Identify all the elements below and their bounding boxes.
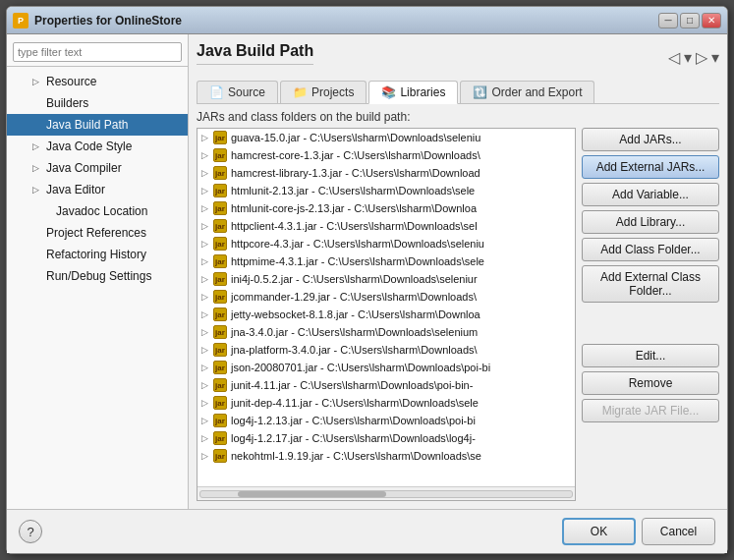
minimize-button[interactable]: ─: [658, 13, 678, 28]
jar-text: nekohtml-1.9.19.jar - C:\Users\lsharm\Do…: [231, 450, 481, 462]
jar-icon: jar: [213, 237, 227, 251]
jar-text: htmlunit-2.13.jar - C:\Users\lsharm\Down…: [231, 185, 475, 196]
sidebar-item-java-code-style[interactable]: ▷ Java Code Style: [7, 136, 188, 157]
forward-icon[interactable]: ▷: [696, 48, 707, 67]
sidebar-item-java-editor[interactable]: ▷ Java Editor: [7, 179, 188, 200]
jar-expand-arrow: ▷: [201, 256, 211, 266]
expand-arrow: ▷: [32, 73, 42, 90]
cancel-button[interactable]: Cancel: [642, 518, 715, 545]
list-item[interactable]: ▷ jar htmlunit-2.13.jar - C:\Users\lshar…: [198, 182, 575, 199]
action-button-remove[interactable]: Remove: [582, 371, 719, 395]
sidebar-item-java-build-path[interactable]: Java Build Path: [7, 114, 188, 136]
order-tab-icon: 🔃: [473, 85, 487, 99]
list-item[interactable]: ▷ jar junit-4.11.jar - C:\Users\lsharm\D…: [198, 376, 575, 394]
jar-expand-arrow: ▷: [201, 398, 211, 408]
tabs: 📄 Source 📁 Projects 📚 Libraries 🔃 Order …: [197, 81, 719, 104]
tab-order-export[interactable]: 🔃 Order and Export: [460, 81, 594, 103]
jar-text: hamcrest-library-1.3.jar - C:\Users\lsha…: [231, 167, 480, 179]
jar-icon: jar: [213, 378, 227, 392]
list-item[interactable]: ▷ jar httpmime-4.3.1.jar - C:\Users\lsha…: [198, 252, 575, 270]
projects-tab-icon: 📁: [293, 85, 308, 99]
list-item[interactable]: ▷ jar nekohtml-1.9.19.jar - C:\Users\lsh…: [198, 447, 575, 465]
sidebar-item-run-debug[interactable]: Run/Debug Settings: [7, 265, 188, 287]
tab-libraries[interactable]: 📚 Libraries: [368, 81, 458, 104]
sidebar-item-label: Java Build Path: [46, 116, 128, 134]
sidebar-item-builders[interactable]: Builders: [7, 92, 188, 114]
action-buttons: Add JARs...Add External JARs...Add Varia…: [582, 128, 719, 501]
sidebar-item-refactoring[interactable]: Refactoring History: [7, 244, 188, 265]
jar-text: log4j-1.2.17.jar - C:\Users\lsharm\Downl…: [231, 432, 476, 444]
forward-dropdown-icon[interactable]: ▾: [711, 48, 719, 67]
jar-expand-arrow: ▷: [201, 292, 211, 302]
filter-input[interactable]: [13, 42, 182, 62]
jar-expand-arrow: ▷: [201, 363, 211, 372]
jar-expand-arrow: ▷: [201, 221, 211, 231]
jar-expand-arrow: ▷: [201, 309, 211, 319]
jar-icon: jar: [213, 325, 227, 339]
sidebar-item-resource[interactable]: ▷ Resource: [7, 71, 188, 92]
action-button-add-library---[interactable]: Add Library...: [582, 210, 719, 234]
titlebar-left: P Properties for OnlineStore: [13, 13, 182, 28]
list-item[interactable]: ▷ jar jna-3.4.0.jar - C:\Users\lsharm\Do…: [198, 323, 575, 341]
jar-text: httpclient-4.3.1.jar - C:\Users\lsharm\D…: [231, 220, 478, 232]
jar-expand-arrow: ▷: [201, 451, 211, 461]
action-button-migrate-jar-file---: Migrate JAR File...: [582, 399, 719, 422]
bottom-bar: ? OK Cancel: [7, 509, 727, 553]
horizontal-scrollbar[interactable]: [198, 486, 575, 500]
list-item[interactable]: ▷ jar jetty-websocket-8.1.8.jar - C:\Use…: [198, 306, 575, 323]
sidebar-item-label: Project References: [46, 224, 146, 242]
list-item[interactable]: ▷ jar jna-platform-3.4.0.jar - C:\Users\…: [198, 341, 575, 359]
list-item[interactable]: ▷ jar log4j-1.2.17.jar - C:\Users\lsharm…: [198, 429, 575, 447]
list-item[interactable]: ▷ jar httpclient-4.3.1.jar - C:\Users\ls…: [198, 217, 575, 235]
jar-icon: jar: [213, 131, 227, 144]
help-button[interactable]: ?: [19, 520, 42, 543]
action-button-add-jars---[interactable]: Add JARs...: [582, 128, 719, 151]
jar-list-wrapper: ▷ jar guava-15.0.jar - C:\Users\lsharm\D…: [197, 128, 576, 501]
jar-expand-arrow: ▷: [201, 380, 211, 390]
list-item[interactable]: ▷ jar httpcore-4.3.jar - C:\Users\lsharm…: [198, 235, 575, 252]
jar-expand-arrow: ▷: [201, 433, 211, 443]
back-dropdown-icon[interactable]: ▾: [684, 48, 692, 67]
sidebar-item-project-references[interactable]: Project References: [7, 222, 188, 244]
ok-button[interactable]: OK: [562, 518, 636, 545]
jar-icon: jar: [213, 219, 227, 233]
list-item[interactable]: ▷ jar jcommander-1.29.jar - C:\Users\lsh…: [198, 288, 575, 306]
jar-text: junit-dep-4.11.jar - C:\Users\lsharm\Dow…: [231, 397, 479, 409]
maximize-button[interactable]: □: [680, 13, 700, 28]
action-button-add-external-class-folder---[interactable]: Add External Class Folder...: [582, 265, 719, 303]
jar-expand-arrow: ▷: [201, 327, 211, 337]
back-icon[interactable]: ◁: [668, 48, 680, 67]
action-button-add-external-jars---[interactable]: Add External JARs...: [582, 155, 719, 179]
list-item[interactable]: ▷ jar log4j-1.2.13.jar - C:\Users\lsharm…: [198, 412, 575, 429]
close-button[interactable]: ✕: [702, 13, 721, 28]
list-item[interactable]: ▷ jar ini4j-0.5.2.jar - C:\Users\lsharm\…: [198, 270, 575, 288]
list-item[interactable]: ▷ jar junit-dep-4.11.jar - C:\Users\lsha…: [198, 394, 575, 412]
sidebar-item-label: Java Editor: [46, 181, 105, 198]
jar-expand-arrow: ▷: [201, 416, 211, 425]
jar-text: hamcrest-core-1.3.jar - C:\Users\lsharm\…: [231, 149, 480, 161]
list-item[interactable]: ▷ jar guava-15.0.jar - C:\Users\lsharm\D…: [198, 129, 575, 146]
jar-icon: jar: [213, 396, 227, 410]
list-item[interactable]: ▷ jar htmlunit-core-js-2.13.jar - C:\Use…: [198, 199, 575, 217]
sidebar-item-javadoc[interactable]: Javadoc Location: [7, 200, 188, 222]
action-button-add-class-folder---[interactable]: Add Class Folder...: [582, 238, 719, 261]
header-nav: ◁ ▾ ▷ ▾: [668, 48, 719, 67]
jar-text: ini4j-0.5.2.jar - C:\Users\lsharm\Downlo…: [231, 273, 478, 285]
sidebar-item-java-compiler[interactable]: ▷ Java Compiler: [7, 157, 188, 179]
jar-list[interactable]: ▷ jar guava-15.0.jar - C:\Users\lsharm\D…: [198, 129, 575, 486]
action-button-add-variable---[interactable]: Add Variable...: [582, 183, 719, 206]
tab-libraries-label: Libraries: [400, 85, 445, 99]
tab-projects[interactable]: 📁 Projects: [280, 81, 367, 103]
tab-source[interactable]: 📄 Source: [197, 81, 278, 103]
bottom-right-buttons: OK Cancel: [562, 518, 715, 545]
jar-expand-arrow: ▷: [201, 150, 211, 160]
tab-projects-label: Projects: [311, 85, 354, 99]
action-button-edit---[interactable]: Edit...: [582, 344, 719, 367]
list-item[interactable]: ▷ jar hamcrest-core-1.3.jar - C:\Users\l…: [198, 146, 575, 164]
jar-icon: jar: [213, 431, 227, 445]
jar-icon: jar: [213, 184, 227, 197]
list-item[interactable]: ▷ jar json-20080701.jar - C:\Users\lshar…: [198, 359, 575, 376]
list-item[interactable]: ▷ jar hamcrest-library-1.3.jar - C:\User…: [198, 164, 575, 182]
sidebar-item-label: Java Code Style: [46, 138, 132, 155]
jar-icon: jar: [213, 254, 227, 268]
